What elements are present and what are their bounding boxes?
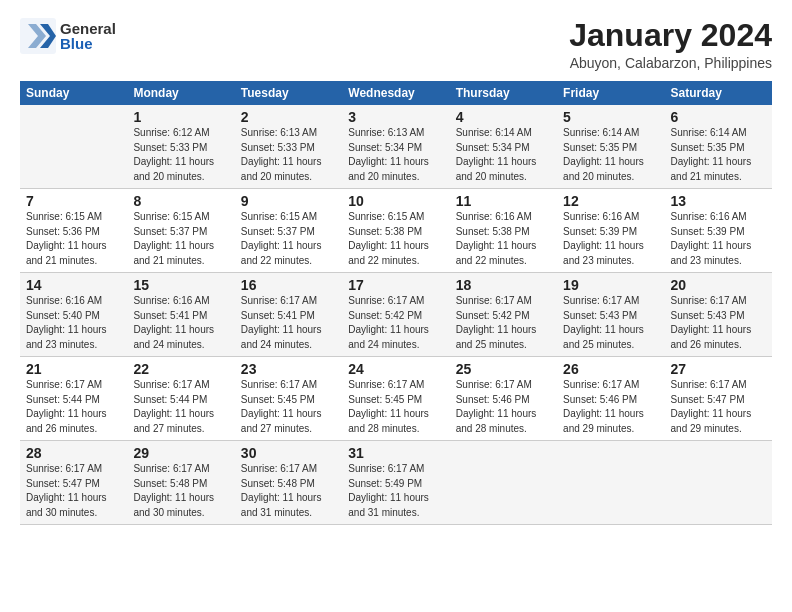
- calendar-table: Sunday Monday Tuesday Wednesday Thursday…: [20, 81, 772, 525]
- day-number: 12: [563, 193, 658, 209]
- day-number: 10: [348, 193, 443, 209]
- cell-info: Sunrise: 6:15 AMSunset: 5:38 PMDaylight:…: [348, 211, 429, 266]
- cell-w2-d3: 9Sunrise: 6:15 AMSunset: 5:37 PMDaylight…: [235, 189, 342, 273]
- day-number: 19: [563, 277, 658, 293]
- day-number: 17: [348, 277, 443, 293]
- col-thursday: Thursday: [450, 81, 557, 105]
- cell-w5-d4: 31Sunrise: 6:17 AMSunset: 5:49 PMDayligh…: [342, 441, 449, 525]
- day-number: 18: [456, 277, 551, 293]
- cell-info: Sunrise: 6:17 AMSunset: 5:47 PMDaylight:…: [26, 463, 107, 518]
- col-wednesday: Wednesday: [342, 81, 449, 105]
- day-number: 15: [133, 277, 228, 293]
- cell-info: Sunrise: 6:17 AMSunset: 5:46 PMDaylight:…: [456, 379, 537, 434]
- cell-w1-d4: 3Sunrise: 6:13 AMSunset: 5:34 PMDaylight…: [342, 105, 449, 189]
- main-title: January 2024: [569, 18, 772, 53]
- day-number: 31: [348, 445, 443, 461]
- cell-w1-d6: 5Sunrise: 6:14 AMSunset: 5:35 PMDaylight…: [557, 105, 664, 189]
- col-sunday: Sunday: [20, 81, 127, 105]
- week-row-1: 1Sunrise: 6:12 AMSunset: 5:33 PMDaylight…: [20, 105, 772, 189]
- cell-info: Sunrise: 6:17 AMSunset: 5:42 PMDaylight:…: [456, 295, 537, 350]
- logo-blue: Blue: [60, 36, 116, 51]
- day-number: 30: [241, 445, 336, 461]
- day-number: 4: [456, 109, 551, 125]
- col-saturday: Saturday: [665, 81, 772, 105]
- col-monday: Monday: [127, 81, 234, 105]
- day-number: 25: [456, 361, 551, 377]
- day-number: 27: [671, 361, 766, 377]
- col-tuesday: Tuesday: [235, 81, 342, 105]
- day-number: 2: [241, 109, 336, 125]
- cell-info: Sunrise: 6:17 AMSunset: 5:43 PMDaylight:…: [563, 295, 644, 350]
- cell-w4-d2: 22Sunrise: 6:17 AMSunset: 5:44 PMDayligh…: [127, 357, 234, 441]
- day-number: 24: [348, 361, 443, 377]
- day-number: 26: [563, 361, 658, 377]
- cell-w3-d1: 14Sunrise: 6:16 AMSunset: 5:40 PMDayligh…: [20, 273, 127, 357]
- cell-info: Sunrise: 6:16 AMSunset: 5:40 PMDaylight:…: [26, 295, 107, 350]
- day-number: 11: [456, 193, 551, 209]
- week-row-5: 28Sunrise: 6:17 AMSunset: 5:47 PMDayligh…: [20, 441, 772, 525]
- cell-w4-d6: 26Sunrise: 6:17 AMSunset: 5:46 PMDayligh…: [557, 357, 664, 441]
- title-block: January 2024 Abuyon, Calabarzon, Philipp…: [569, 18, 772, 71]
- cell-info: Sunrise: 6:17 AMSunset: 5:48 PMDaylight:…: [241, 463, 322, 518]
- day-number: 21: [26, 361, 121, 377]
- week-row-2: 7Sunrise: 6:15 AMSunset: 5:36 PMDaylight…: [20, 189, 772, 273]
- cell-info: Sunrise: 6:17 AMSunset: 5:46 PMDaylight:…: [563, 379, 644, 434]
- cell-w2-d1: 7Sunrise: 6:15 AMSunset: 5:36 PMDaylight…: [20, 189, 127, 273]
- cell-w1-d1: [20, 105, 127, 189]
- cell-w3-d4: 17Sunrise: 6:17 AMSunset: 5:42 PMDayligh…: [342, 273, 449, 357]
- cell-w2-d6: 12Sunrise: 6:16 AMSunset: 5:39 PMDayligh…: [557, 189, 664, 273]
- cell-info: Sunrise: 6:14 AMSunset: 5:35 PMDaylight:…: [671, 127, 752, 182]
- cell-w5-d2: 29Sunrise: 6:17 AMSunset: 5:48 PMDayligh…: [127, 441, 234, 525]
- cell-w2-d2: 8Sunrise: 6:15 AMSunset: 5:37 PMDaylight…: [127, 189, 234, 273]
- cell-info: Sunrise: 6:16 AMSunset: 5:39 PMDaylight:…: [671, 211, 752, 266]
- day-number: 29: [133, 445, 228, 461]
- cell-info: Sunrise: 6:16 AMSunset: 5:39 PMDaylight:…: [563, 211, 644, 266]
- cell-w2-d4: 10Sunrise: 6:15 AMSunset: 5:38 PMDayligh…: [342, 189, 449, 273]
- cell-w2-d5: 11Sunrise: 6:16 AMSunset: 5:38 PMDayligh…: [450, 189, 557, 273]
- cell-info: Sunrise: 6:14 AMSunset: 5:35 PMDaylight:…: [563, 127, 644, 182]
- logo: General Blue: [20, 18, 116, 54]
- cell-w4-d1: 21Sunrise: 6:17 AMSunset: 5:44 PMDayligh…: [20, 357, 127, 441]
- cell-info: Sunrise: 6:15 AMSunset: 5:37 PMDaylight:…: [133, 211, 214, 266]
- cell-w1-d5: 4Sunrise: 6:14 AMSunset: 5:34 PMDaylight…: [450, 105, 557, 189]
- cell-w1-d3: 2Sunrise: 6:13 AMSunset: 5:33 PMDaylight…: [235, 105, 342, 189]
- cell-w5-d5: [450, 441, 557, 525]
- cell-w5-d3: 30Sunrise: 6:17 AMSunset: 5:48 PMDayligh…: [235, 441, 342, 525]
- day-number: 16: [241, 277, 336, 293]
- week-row-4: 21Sunrise: 6:17 AMSunset: 5:44 PMDayligh…: [20, 357, 772, 441]
- day-number: 20: [671, 277, 766, 293]
- cell-info: Sunrise: 6:17 AMSunset: 5:44 PMDaylight:…: [133, 379, 214, 434]
- cell-info: Sunrise: 6:17 AMSunset: 5:45 PMDaylight:…: [348, 379, 429, 434]
- col-friday: Friday: [557, 81, 664, 105]
- day-number: 9: [241, 193, 336, 209]
- cell-info: Sunrise: 6:17 AMSunset: 5:41 PMDaylight:…: [241, 295, 322, 350]
- cell-w1-d2: 1Sunrise: 6:12 AMSunset: 5:33 PMDaylight…: [127, 105, 234, 189]
- week-row-3: 14Sunrise: 6:16 AMSunset: 5:40 PMDayligh…: [20, 273, 772, 357]
- day-number: 7: [26, 193, 121, 209]
- cell-w1-d7: 6Sunrise: 6:14 AMSunset: 5:35 PMDaylight…: [665, 105, 772, 189]
- cell-w3-d3: 16Sunrise: 6:17 AMSunset: 5:41 PMDayligh…: [235, 273, 342, 357]
- cell-info: Sunrise: 6:17 AMSunset: 5:44 PMDaylight:…: [26, 379, 107, 434]
- cell-w4-d7: 27Sunrise: 6:17 AMSunset: 5:47 PMDayligh…: [665, 357, 772, 441]
- day-number: 3: [348, 109, 443, 125]
- cell-info: Sunrise: 6:15 AMSunset: 5:37 PMDaylight:…: [241, 211, 322, 266]
- cell-info: Sunrise: 6:14 AMSunset: 5:34 PMDaylight:…: [456, 127, 537, 182]
- day-number: 22: [133, 361, 228, 377]
- cell-w3-d2: 15Sunrise: 6:16 AMSunset: 5:41 PMDayligh…: [127, 273, 234, 357]
- header-row: Sunday Monday Tuesday Wednesday Thursday…: [20, 81, 772, 105]
- day-number: 13: [671, 193, 766, 209]
- cell-w4-d3: 23Sunrise: 6:17 AMSunset: 5:45 PMDayligh…: [235, 357, 342, 441]
- cell-w4-d4: 24Sunrise: 6:17 AMSunset: 5:45 PMDayligh…: [342, 357, 449, 441]
- cell-w3-d7: 20Sunrise: 6:17 AMSunset: 5:43 PMDayligh…: [665, 273, 772, 357]
- logo-general: General: [60, 21, 116, 36]
- cell-info: Sunrise: 6:17 AMSunset: 5:49 PMDaylight:…: [348, 463, 429, 518]
- cell-w3-d5: 18Sunrise: 6:17 AMSunset: 5:42 PMDayligh…: [450, 273, 557, 357]
- logo-text: General Blue: [60, 21, 116, 51]
- cell-w5-d6: [557, 441, 664, 525]
- cell-info: Sunrise: 6:17 AMSunset: 5:42 PMDaylight:…: [348, 295, 429, 350]
- cell-info: Sunrise: 6:17 AMSunset: 5:47 PMDaylight:…: [671, 379, 752, 434]
- cell-w5-d7: [665, 441, 772, 525]
- day-number: 14: [26, 277, 121, 293]
- day-number: 8: [133, 193, 228, 209]
- day-number: 5: [563, 109, 658, 125]
